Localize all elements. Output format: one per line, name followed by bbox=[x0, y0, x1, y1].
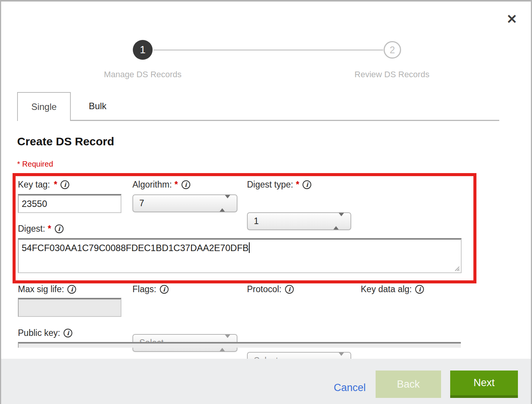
digest-textarea[interactable]: 54FCF030AA1C79C0088FDEC1BD1C37DAA2E70DFB bbox=[18, 238, 462, 273]
flags-label: Flags: i bbox=[132, 284, 169, 294]
digest-label: Digest: * i bbox=[18, 224, 64, 234]
info-icon[interactable]: i bbox=[64, 329, 72, 337]
cancel-button[interactable]: Cancel bbox=[334, 382, 366, 394]
info-icon[interactable]: i bbox=[61, 180, 69, 189]
flags-label-text: Flags: bbox=[132, 284, 156, 294]
key-tag-input[interactable] bbox=[18, 194, 121, 213]
algorithm-select-value: 7 bbox=[139, 198, 144, 208]
public-key-textarea[interactable] bbox=[18, 342, 461, 348]
stepper-step-2-label: Review DS Records bbox=[355, 70, 430, 80]
required-asterisk: * bbox=[296, 180, 299, 190]
digest-type-label: Digest type: * i bbox=[247, 180, 311, 190]
tab-bulk[interactable]: Bulk bbox=[71, 92, 124, 120]
algorithm-label: Algorithm: * i bbox=[132, 180, 190, 190]
select-arrows-icon bbox=[333, 216, 344, 226]
stepper-connector-line bbox=[153, 49, 383, 51]
algorithm-label-text: Algorithm: bbox=[132, 180, 172, 190]
next-button[interactable]: Next bbox=[450, 371, 518, 398]
digest-type-label-text: Digest type: bbox=[247, 180, 293, 190]
tab-single[interactable]: Single bbox=[17, 92, 71, 121]
public-key-label: Public key: i bbox=[18, 328, 72, 338]
algorithm-select[interactable]: 7 bbox=[132, 194, 237, 212]
public-key-label-text: Public key: bbox=[18, 328, 60, 338]
max-sig-life-label-text: Max sig life: bbox=[18, 284, 64, 294]
resize-handle-icon[interactable] bbox=[454, 265, 460, 271]
text-caret bbox=[249, 242, 250, 253]
info-icon[interactable]: i bbox=[67, 285, 76, 294]
key-data-alg-label-text: Key data alg: bbox=[361, 284, 412, 294]
page-title: Create DS Record bbox=[17, 135, 114, 148]
key-tag-label-text: Key tag: bbox=[18, 180, 50, 190]
key-tag-label: Key tag: * i bbox=[18, 180, 69, 190]
max-sig-life-label: Max sig life: i bbox=[18, 284, 76, 294]
info-icon[interactable]: i bbox=[415, 285, 424, 294]
stepper-step-1-label: Manage DS Records bbox=[104, 70, 182, 80]
max-sig-life-input[interactable] bbox=[18, 298, 121, 317]
info-icon[interactable]: i bbox=[303, 180, 311, 189]
digest-label-text: Digest: bbox=[18, 224, 45, 234]
digest-value: 54FCF030AA1C79C0088FDEC1BD1C37DAA2E70DFB bbox=[22, 243, 248, 253]
info-icon[interactable]: i bbox=[285, 285, 294, 294]
close-icon[interactable]: ✕ bbox=[503, 11, 520, 27]
back-button[interactable]: Back bbox=[376, 371, 441, 398]
tab-underline bbox=[17, 120, 499, 121]
required-note: * Required bbox=[17, 160, 53, 169]
select-arrows-icon bbox=[220, 198, 230, 208]
stepper-step-2-circle: 2 bbox=[384, 41, 401, 59]
digest-type-select[interactable]: 1 bbox=[247, 212, 351, 230]
digest-type-select-value: 1 bbox=[254, 216, 259, 226]
required-asterisk: * bbox=[48, 224, 51, 234]
required-asterisk: * bbox=[54, 180, 57, 190]
stepper-step-1-circle: 1 bbox=[133, 40, 153, 60]
info-icon[interactable]: i bbox=[182, 180, 190, 189]
protocol-label-text: Protocol: bbox=[247, 284, 282, 294]
key-data-alg-label: Key data alg: i bbox=[361, 284, 424, 294]
info-icon[interactable]: i bbox=[160, 285, 169, 294]
required-asterisk: * bbox=[175, 180, 178, 190]
protocol-label: Protocol: i bbox=[247, 284, 294, 294]
info-icon[interactable]: i bbox=[55, 224, 64, 233]
